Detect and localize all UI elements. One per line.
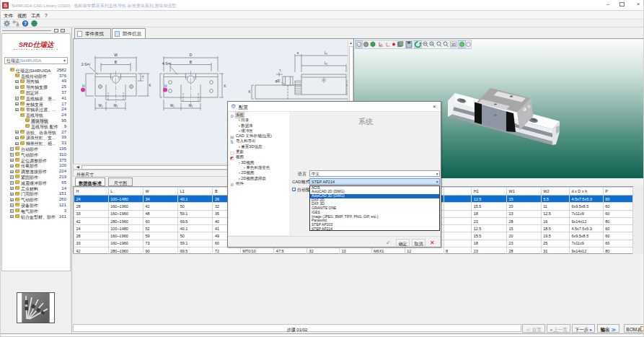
svg-text:H: H	[82, 84, 85, 88]
svg-text:4-S×ℓ: 4-S×ℓ	[162, 61, 172, 66]
svg-text:T: T	[142, 76, 144, 79]
svg-text:L₁: L₁	[325, 51, 328, 55]
svg-text:W₁: W₁	[189, 104, 193, 108]
svg-text:3D: 3D	[451, 43, 456, 47]
svg-text:W: W	[114, 53, 118, 57]
svg-text:φD: φD	[275, 79, 281, 83]
svg-text:B: B	[115, 59, 118, 64]
svg-text:W₂: W₂	[99, 104, 103, 108]
svg-text:W₁: W₁	[114, 104, 118, 108]
svg-text:?: ?	[24, 21, 27, 26]
svg-text:T₁: T₁	[279, 69, 282, 72]
svg-text:D: D	[190, 53, 193, 57]
svg-text:H: H	[164, 84, 167, 88]
svg-text:K: K	[248, 90, 250, 94]
svg-text:K: K	[224, 84, 226, 87]
svg-text:2-S×ℓ: 2-S×ℓ	[81, 62, 91, 66]
svg-text:K: K	[149, 83, 151, 87]
svg-text:L₂: L₂	[325, 61, 328, 65]
svg-text:B: B	[190, 59, 193, 64]
svg-text:e: e	[297, 51, 299, 55]
svg-text:W₂: W₂	[170, 104, 175, 108]
